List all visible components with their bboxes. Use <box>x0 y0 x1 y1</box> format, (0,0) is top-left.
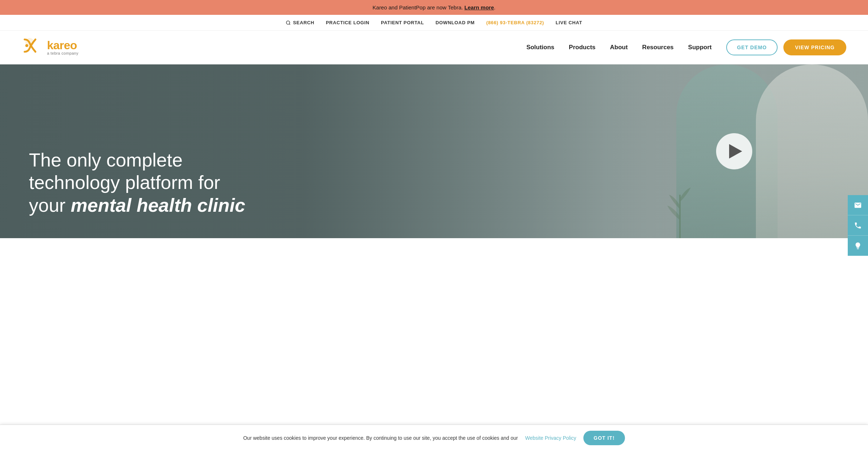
logo-brand: kareo <box>47 39 78 51</box>
search-label[interactable]: SEARCH <box>293 20 314 25</box>
hero-line1: The only complete <box>29 149 183 170</box>
search-item[interactable]: SEARCH <box>286 20 314 25</box>
logo-subtitle: a tebra company <box>47 51 78 55</box>
view-pricing-button[interactable]: VIEW PRICING <box>783 39 846 55</box>
email-icon <box>854 201 862 209</box>
svg-line-1 <box>289 24 290 25</box>
nav-products[interactable]: Products <box>569 42 596 52</box>
patient-portal[interactable]: PATIENT PORTAL <box>381 20 424 25</box>
learn-more-link[interactable]: Learn more <box>464 4 494 10</box>
announcement-period: . <box>494 4 495 10</box>
side-floating-buttons <box>848 195 868 238</box>
phone-link[interactable]: (866) 93-TEBRA (83272) <box>486 20 544 25</box>
nav-buttons: GET DEMO VIEW PRICING <box>726 39 846 55</box>
hero-title: The only complete technology platform fo… <box>29 149 245 216</box>
nav-resources[interactable]: Resources <box>642 42 674 52</box>
download-pm[interactable]: DOWNLOAD PM <box>435 20 475 25</box>
phone-icon <box>854 222 862 229</box>
logo-text-area: kareo a tebra company <box>47 39 78 55</box>
play-button[interactable] <box>716 133 752 169</box>
logo-icon <box>22 37 43 58</box>
live-chat[interactable]: LIVE CHAT <box>556 20 582 25</box>
search-icon <box>286 20 291 25</box>
hero-section: The only complete technology platform fo… <box>0 64 868 238</box>
get-demo-button[interactable]: GET DEMO <box>726 39 778 55</box>
phone-side-button[interactable] <box>848 215 868 236</box>
announcement-bar: Kareo and PatientPop are now Tebra. Lear… <box>0 0 868 15</box>
play-triangle-icon <box>729 144 742 159</box>
hero-line3-normal: your <box>29 195 71 216</box>
nav-solutions[interactable]: Solutions <box>526 42 554 52</box>
svg-point-3 <box>25 44 28 47</box>
email-side-button[interactable] <box>848 195 868 215</box>
announcement-text: Kareo and PatientPop are now Tebra. <box>373 4 464 10</box>
nav-about[interactable]: About <box>610 42 628 52</box>
svg-point-0 <box>286 21 290 24</box>
practice-login[interactable]: PRACTICE LOGIN <box>326 20 369 25</box>
utility-nav: SEARCH PRACTICE LOGIN PATIENT PORTAL DOW… <box>0 15 868 31</box>
hero-line3-bold: mental health clinic <box>71 195 246 216</box>
lightbulb-side-button[interactable] <box>848 236 868 238</box>
hero-content: The only complete technology platform fo… <box>29 149 245 216</box>
logo-area[interactable]: kareo a tebra company <box>22 37 78 58</box>
main-nav: kareo a tebra company Solutions Products… <box>0 31 868 64</box>
hero-line2: technology platform for <box>29 172 220 193</box>
plant-decoration <box>665 166 694 238</box>
nav-support[interactable]: Support <box>688 42 712 52</box>
nav-links: Solutions Products About Resources Suppo… <box>526 42 711 52</box>
